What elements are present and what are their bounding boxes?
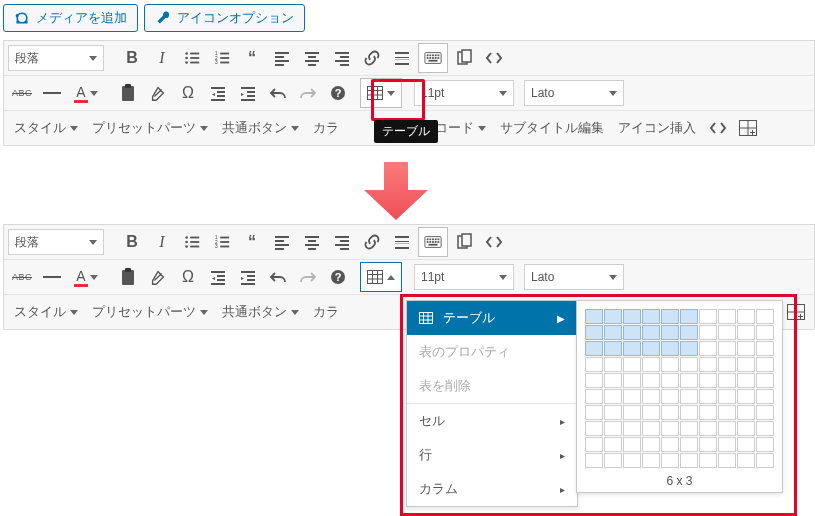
grid-cell[interactable] [661,389,679,404]
grid-cell[interactable] [661,357,679,372]
grid-cell[interactable] [756,357,774,372]
grid-cell[interactable] [604,437,622,452]
grid-cell[interactable] [718,437,736,452]
menu-item-col[interactable]: カラム▸ [407,472,577,506]
grid-cell[interactable] [718,421,736,436]
grid-cell[interactable] [718,453,736,468]
grid-cell[interactable] [737,373,755,388]
grid-cell[interactable] [756,373,774,388]
preset-dropdown[interactable]: プリセットパーツ [86,114,214,142]
table-insert-icon-2[interactable] [782,298,810,326]
grid-cell[interactable] [737,421,755,436]
copy-button-2[interactable] [450,228,478,256]
grid-cell[interactable] [680,453,698,468]
grid-cell[interactable] [604,373,622,388]
grid-cell[interactable] [661,309,679,324]
grid-cell[interactable] [756,309,774,324]
grid-cell[interactable] [756,437,774,452]
bold-button[interactable]: B [118,44,146,72]
code-button-2[interactable] [704,114,732,142]
grid-cell[interactable] [623,341,641,356]
grid-cell[interactable] [756,453,774,468]
hr-button-2[interactable] [38,263,66,291]
char-button[interactable]: Ω [174,79,202,107]
grid-cell[interactable] [642,389,660,404]
table-grid[interactable] [585,309,774,468]
icon-options-button[interactable]: アイコンオプション [144,4,305,32]
ol-button-2[interactable]: 123 [208,228,236,256]
grid-cell[interactable] [699,325,717,340]
grid-cell[interactable] [699,453,717,468]
table-insert-icon[interactable] [734,114,762,142]
redo-button[interactable] [294,79,322,107]
grid-cell[interactable] [604,309,622,324]
fontfamily-select-2[interactable]: Lato [524,264,624,290]
grid-cell[interactable] [661,421,679,436]
grid-cell[interactable] [585,389,603,404]
grid-cell[interactable] [737,309,755,324]
blockquote-button[interactable]: “ [238,44,266,72]
hr-button[interactable] [38,79,66,107]
grid-cell[interactable] [585,421,603,436]
paste-button-2[interactable] [114,263,142,291]
grid-cell[interactable] [699,421,717,436]
fontsize-select-2[interactable]: 11pt [414,264,514,290]
grid-cell[interactable] [737,357,755,372]
copy-button[interactable] [450,44,478,72]
grid-cell[interactable] [623,421,641,436]
italic-button[interactable]: I [148,44,176,72]
grid-cell[interactable] [623,373,641,388]
grid-cell[interactable] [661,453,679,468]
grid-cell[interactable] [623,325,641,340]
grid-cell[interactable] [756,325,774,340]
grid-cell[interactable] [642,309,660,324]
menu-item-row[interactable]: 行▸ [407,438,577,472]
grid-cell[interactable] [604,357,622,372]
grid-cell[interactable] [680,309,698,324]
grid-cell[interactable] [718,405,736,420]
grid-cell[interactable] [585,325,603,340]
grid-cell[interactable] [642,325,660,340]
blockquote-button-2[interactable]: “ [238,228,266,256]
grid-cell[interactable] [661,325,679,340]
help-button[interactable]: ? [324,79,352,107]
grid-cell[interactable] [699,357,717,372]
format-select-2[interactable]: 段落 [8,229,104,255]
grid-cell[interactable] [680,357,698,372]
grid-cell[interactable] [680,325,698,340]
subtitle-edit-button[interactable]: サブタイトル編集 [494,114,610,142]
grid-cell[interactable] [642,405,660,420]
grid-cell[interactable] [718,325,736,340]
grid-cell[interactable] [737,341,755,356]
grid-cell[interactable] [680,373,698,388]
color-dropdown-trunc[interactable]: カラ [307,114,345,142]
format-select[interactable]: 段落 [8,45,104,71]
more-button-2[interactable] [388,228,416,256]
grid-cell[interactable] [699,405,717,420]
grid-cell[interactable] [585,405,603,420]
code-button[interactable] [480,44,508,72]
textcolor-button[interactable]: A [68,79,104,107]
grid-cell[interactable] [585,453,603,468]
ul-button[interactable] [178,44,206,72]
align-right-button[interactable] [328,44,356,72]
grid-cell[interactable] [680,405,698,420]
grid-cell[interactable] [585,357,603,372]
fontsize-select[interactable]: 11pt [414,80,514,106]
grid-cell[interactable] [661,341,679,356]
grid-cell[interactable] [718,373,736,388]
grid-cell[interactable] [699,389,717,404]
ol-button[interactable]: 123 [208,44,236,72]
menu-item-table[interactable]: テーブル ▶ [407,301,577,335]
grid-cell[interactable] [642,341,660,356]
char-button-2[interactable]: Ω [174,263,202,291]
undo-button[interactable] [264,79,292,107]
grid-cell[interactable] [661,405,679,420]
grid-cell[interactable] [756,421,774,436]
grid-cell[interactable] [604,325,622,340]
strike-button-2[interactable]: ABC [8,263,36,291]
code-button-3[interactable] [480,228,508,256]
clear-button-2[interactable] [144,263,172,291]
link-button[interactable] [358,44,386,72]
indent-button[interactable] [234,79,262,107]
